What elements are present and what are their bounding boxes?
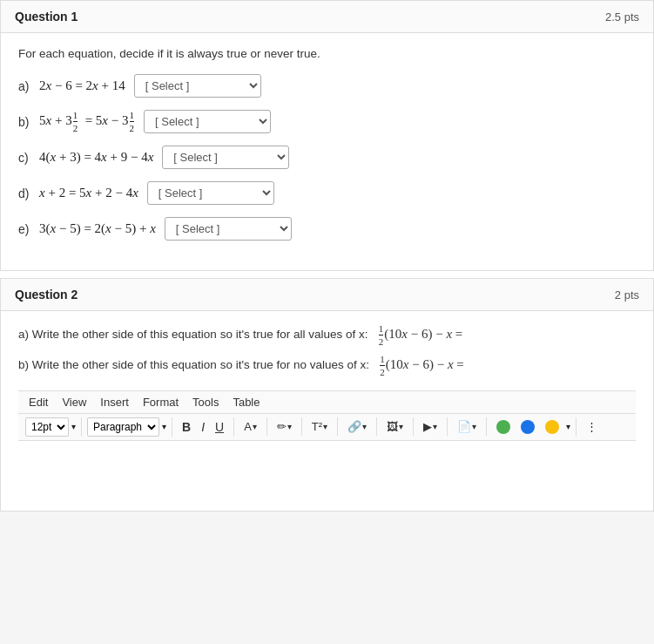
equation-text-b: 5x + 312 = 5x − 312 [39, 110, 135, 133]
q2-eq-b: 12(10x − 6) − x = [376, 357, 464, 371]
question-2-section: Question 2 2 pts a) Write the other side… [0, 278, 654, 511]
editor-toolbar: 12pt 10pt 14pt ▾ Paragraph Heading 1 ▾ [18, 414, 636, 441]
select-d[interactable]: [ Select ] Always true Never true Someti… [147, 181, 274, 205]
link-button[interactable]: 🔗▾ [343, 417, 371, 436]
question-1-body: For each equation, decide if it is alway… [1, 33, 653, 270]
select-e[interactable]: [ Select ] Always true Never true Someti… [165, 217, 292, 241]
question-1-title: Question 1 [15, 10, 78, 24]
menu-view[interactable]: View [62, 396, 86, 409]
toolbar-highlight-group: ✏▾ [273, 417, 302, 436]
question-2-body: a) Write the other side of this equation… [1, 311, 653, 510]
green-dot-icon [496, 420, 510, 434]
equation-row-c: c) 4(x + 3) = 4x + 9 − 4x [ Select ] Alw… [18, 146, 636, 169]
select-a[interactable]: [ Select ] Always true Never true Someti… [134, 74, 261, 98]
equation-label-e: e) [18, 222, 36, 236]
toolbar-color-icons-group: ▾ [492, 417, 576, 437]
q2-eq-a: 12(10x − 6) − x = [374, 327, 462, 341]
toolbar-media-group: ▶▾ [419, 417, 448, 436]
q2-line-a: a) Write the other side of this equation… [18, 323, 636, 347]
editor-content[interactable] [18, 441, 636, 511]
toolbar-more-group: ⋮ [582, 417, 607, 436]
yellow-dot-icon [545, 420, 559, 434]
font-size-chevron-icon: ▾ [71, 422, 76, 431]
q2-frac-b: 12 [380, 354, 385, 377]
equation-text-d: x + 2 = 5x + 2 − 4x [39, 186, 138, 200]
equation-text-c: 4(x + 3) = 4x + 9 − 4x [39, 150, 153, 165]
paragraph-select[interactable]: Paragraph Heading 1 [87, 417, 159, 437]
menu-insert[interactable]: Insert [100, 396, 129, 409]
question-2-title: Question 2 [15, 288, 78, 302]
toolbar-doc-group: 📄▾ [453, 417, 487, 436]
toolbar-image-group: 🖼▾ [382, 417, 414, 436]
underline-button[interactable]: U [211, 417, 228, 437]
question-2-pts: 2 pts [615, 288, 639, 302]
blue-color-button[interactable] [516, 417, 539, 437]
equation-row-a: a) 2x − 6 = 2x + 14 [ Select ] Always tr… [18, 74, 636, 98]
toolbar-link-group: 🔗▾ [343, 417, 377, 436]
menu-format[interactable]: Format [143, 396, 179, 409]
toolbar-super-group: T²▾ [307, 417, 338, 436]
menu-edit[interactable]: Edit [29, 396, 48, 409]
toolbar-paragraph-group: Paragraph Heading 1 ▾ [87, 417, 172, 437]
image-button[interactable]: 🖼▾ [382, 417, 408, 436]
question-1-header: Question 1 2.5 pts [1, 1, 653, 33]
editor-menubar: Edit View Insert Format Tools Table [18, 391, 636, 414]
doc-button[interactable]: 📄▾ [453, 417, 481, 436]
question-2-header: Question 2 2 pts [1, 279, 653, 311]
q2-frac-a: 12 [379, 323, 384, 347]
bold-button[interactable]: B [178, 417, 195, 437]
more-options-button[interactable]: ⋮ [582, 417, 602, 436]
highlight-button[interactable]: ✏▾ [273, 417, 296, 436]
yellow-color-button[interactable] [541, 417, 563, 437]
editor-area: Edit View Insert Format Tools Table 12pt… [18, 390, 636, 511]
toolbar-font-size-group: 12pt 10pt 14pt ▾ [25, 417, 82, 437]
equation-row-e: e) 3(x − 5) = 2(x − 5) + x [ Select ] Al… [18, 217, 636, 241]
equation-row-d: d) x + 2 = 5x + 2 − 4x [ Select ] Always… [18, 181, 636, 205]
toolbar-text-format-group: B I U [178, 417, 234, 437]
equation-text-a: 2x − 6 = 2x + 14 [39, 78, 125, 93]
green-color-button[interactable] [492, 417, 515, 437]
question-1-section: Question 1 2.5 pts For each equation, de… [0, 0, 654, 271]
question-1-pts: 2.5 pts [605, 10, 639, 24]
equation-label-b: b) [18, 115, 36, 129]
font-size-select[interactable]: 12pt 10pt 14pt [25, 417, 69, 437]
color-group-chevron: ▾ [566, 422, 570, 431]
toolbar-font-color-group: A▾ [239, 417, 267, 436]
q2-line-b: b) Write the other side of this equation… [18, 354, 636, 377]
equation-row-b: b) 5x + 312 = 5x − 312 [ Select ] Always… [18, 110, 636, 133]
equation-label-c: c) [18, 151, 36, 165]
select-c[interactable]: [ Select ] Always true Never true Someti… [162, 146, 289, 169]
question-1-instruction: For each equation, decide if it is alway… [18, 47, 636, 60]
menu-table[interactable]: Table [233, 396, 260, 409]
q2-line-a-text: a) Write the other side of this equation… [18, 328, 368, 341]
equation-text-e: 3(x − 5) = 2(x − 5) + x [39, 221, 156, 236]
q2-line-b-text: b) Write the other side of this equation… [18, 358, 369, 371]
font-color-button[interactable]: A▾ [239, 417, 261, 436]
select-b[interactable]: [ Select ] Always true Never true Someti… [144, 110, 271, 133]
media-button[interactable]: ▶▾ [419, 417, 442, 436]
equation-label-a: a) [18, 79, 36, 93]
equation-label-d: d) [18, 186, 36, 200]
superscript-button[interactable]: T²▾ [307, 417, 332, 436]
italic-button[interactable]: I [197, 417, 209, 437]
menu-tools[interactable]: Tools [192, 396, 219, 409]
paragraph-chevron-icon: ▾ [162, 422, 166, 431]
blue-dot-icon [521, 420, 535, 434]
